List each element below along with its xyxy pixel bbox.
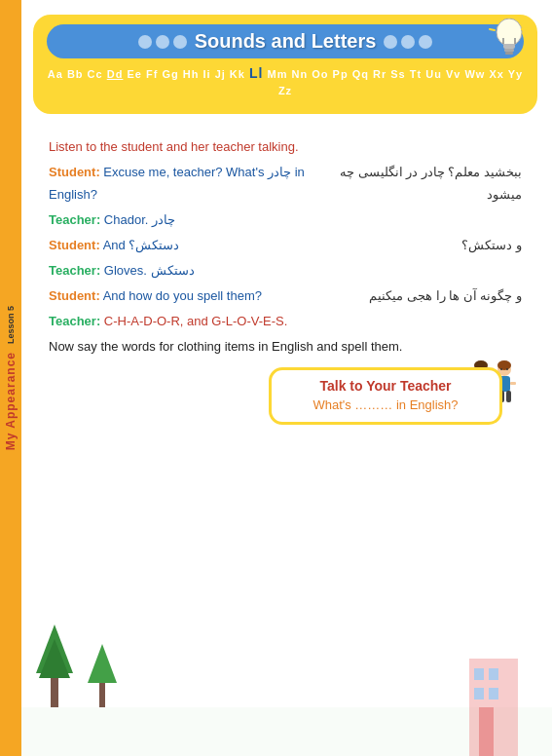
svg-rect-37 (474, 668, 484, 680)
teacher-text-4: Gloves. دستکش (104, 263, 195, 278)
tab-circle-6 (419, 35, 432, 49)
teacher-text-6: C-H-A-D-O-R, and G-L-O-V-E-S. (104, 314, 288, 328)
now-say-text: Now say the words for clothing items in … (49, 339, 402, 354)
dialogue-line-5: Student: And how do you spell them? و چگ… (49, 285, 522, 307)
svg-line-7 (522, 28, 528, 29)
alphabet-row: Aa Bb Cc Dd Ee Ff Gg Hh Ii Jj Kk Ll Mm N… (47, 64, 524, 98)
tab-circle-2 (156, 35, 169, 49)
student-text-5: And how do you spell them? (103, 288, 262, 303)
teacher-label-6: Teacher: (49, 314, 100, 328)
tab-circle-4 (384, 35, 397, 49)
tab-circle-1 (138, 35, 152, 49)
white-content-box: Listen to the student and her teacher ta… (33, 124, 537, 459)
svg-rect-38 (489, 668, 498, 680)
svg-line-6 (520, 19, 525, 22)
student-label-1: Student: (49, 165, 100, 179)
tab-circle-5 (401, 35, 415, 49)
svg-point-28 (506, 368, 508, 370)
dialogue-line-4: Teacher: Gloves. دستکش (49, 260, 522, 282)
svg-rect-3 (503, 44, 515, 49)
talk-area: Talk to Your Teacher What's ……… in Engli… (49, 367, 522, 445)
dialogue-line-3: Student: And دستکش؟ و دستکش؟ (49, 235, 522, 256)
student-label-3: Student: (49, 238, 100, 252)
persian-text-3: و دستکش؟ (405, 235, 522, 256)
title-tabs-left (138, 35, 187, 49)
background-scene (21, 610, 552, 756)
teacher-text-2: Chador. چادر (104, 212, 175, 227)
dialogue-line-6: Teacher: C-H-A-D-O-R, and G-L-O-V-E-S. (49, 311, 522, 332)
listen-line: Listen to the student and her teacher ta… (49, 137, 522, 157)
talk-box-content: What's ……… in English? (287, 397, 484, 412)
svg-line-8 (492, 19, 496, 22)
svg-rect-5 (505, 52, 513, 55)
tab-circle-3 (173, 35, 187, 49)
dialogue-line-1: Student: Excuse me, teacher? What's چادر… (49, 162, 522, 205)
svg-line-9 (490, 29, 495, 30)
svg-point-27 (500, 368, 502, 370)
svg-rect-39 (474, 688, 484, 699)
page-title: Sounds and Letters (195, 30, 377, 53)
student-text-3: And دستکش؟ (103, 238, 180, 252)
listen-text: Listen to the student and her teacher ta… (49, 139, 299, 154)
teacher-label-2: Teacher: (49, 212, 100, 227)
svg-marker-35 (88, 644, 117, 683)
svg-rect-41 (479, 707, 494, 756)
talk-box-title: Talk to Your Teacher (287, 378, 484, 394)
title-bar: Sounds and Letters (47, 24, 524, 58)
svg-rect-23 (510, 382, 516, 385)
svg-point-26 (497, 360, 511, 370)
student-label-5: Student: (49, 288, 100, 303)
svg-rect-25 (506, 391, 511, 402)
yellow-card: Sounds and Letters (33, 15, 537, 114)
persian-text-5: و چگونه آن ها را هجی میکنیم (369, 285, 522, 307)
lesson-label: Lesson 5 (6, 306, 16, 344)
title-tabs-right (384, 35, 432, 49)
persian-text-1: ببخشید معلم؟ چادر در انگلیسی چهمیشود (340, 162, 522, 205)
section-label: My Appearance (4, 352, 18, 450)
svg-rect-4 (504, 49, 514, 52)
svg-point-0 (497, 19, 522, 46)
sidebar-tab: Lesson 5 My Appearance (0, 0, 21, 756)
svg-rect-40 (489, 688, 498, 699)
dialogue-line-7: Now say the words for clothing items in … (49, 336, 522, 358)
dialogue-line-2: Teacher: Chador. چادر (49, 209, 522, 231)
talk-to-teacher-box: Talk to Your Teacher What's ……… in Engli… (269, 367, 502, 425)
teacher-label-4: Teacher: (49, 263, 100, 278)
lightbulb-icon (488, 15, 532, 58)
